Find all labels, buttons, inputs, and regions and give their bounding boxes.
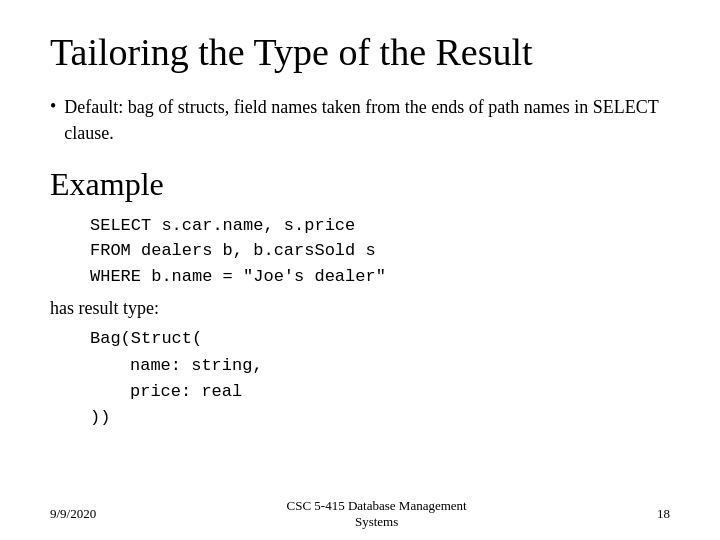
bullet-text: Default: bag of structs, field names tak… xyxy=(64,94,670,146)
code-line-3: WHERE b.name = "Joe's dealer" xyxy=(90,264,670,290)
example-heading: Example xyxy=(50,166,670,203)
result-line-2: name: string, xyxy=(130,353,670,379)
code-line-1: SELECT s.car.name, s.price xyxy=(90,213,670,239)
footer-course-line2: Systems xyxy=(355,514,398,529)
footer: 9/9/2020 CSC 5-415 Database Management S… xyxy=(0,498,720,530)
bullet-section: • Default: bag of structs, field names t… xyxy=(50,94,670,150)
footer-date: 9/9/2020 xyxy=(50,506,96,522)
result-type-block: Bag(Struct( name: string, price: real )) xyxy=(50,326,670,431)
footer-course-line1: CSC 5-415 Database Management xyxy=(287,498,467,513)
slide: Tailoring the Type of the Result • Defau… xyxy=(0,0,720,540)
code-block: SELECT s.car.name, s.price FROM dealers … xyxy=(90,213,670,290)
slide-title: Tailoring the Type of the Result xyxy=(50,30,670,76)
result-line-3: price: real xyxy=(130,379,670,405)
footer-page: 18 xyxy=(657,506,670,522)
code-line-2: FROM dealers b, b.carsSold s xyxy=(90,238,670,264)
footer-course: CSC 5-415 Database Management Systems xyxy=(287,498,467,530)
bullet-dot: • xyxy=(50,94,56,119)
has-result-label: has result type: xyxy=(50,295,670,322)
bullet-item: • Default: bag of structs, field names t… xyxy=(50,94,670,146)
result-line-4: )) xyxy=(90,405,670,431)
result-line-1: Bag(Struct( xyxy=(90,326,670,352)
